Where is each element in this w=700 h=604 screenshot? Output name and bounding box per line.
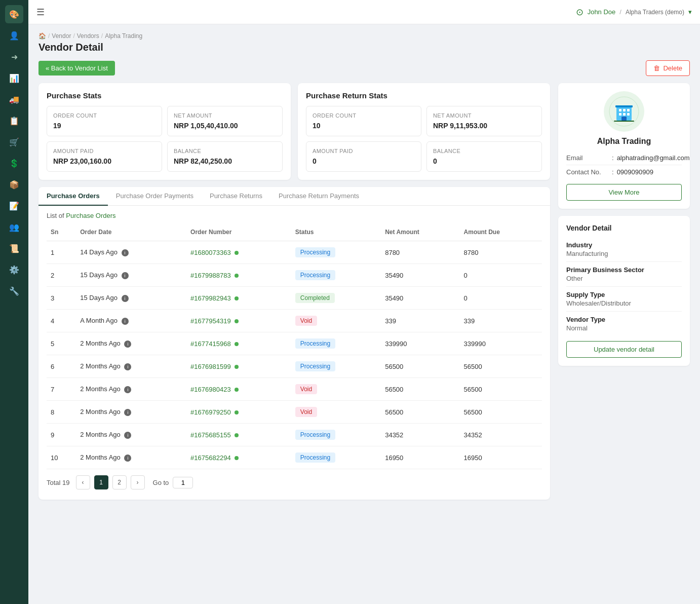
sidebar-icon-finance[interactable]: 💲 bbox=[5, 154, 23, 172]
order-number-link[interactable]: #1675682294 bbox=[190, 454, 231, 462]
cell-amount-due: 56500 bbox=[460, 378, 542, 401]
cell-sn: 3 bbox=[47, 287, 76, 310]
cell-net-amount: 16950 bbox=[381, 446, 459, 469]
orders-table: Sn Order Date Order Number Status Net Am… bbox=[47, 223, 542, 469]
return-net-amount-box: NET AMOUNT NRP 9,11,953.00 bbox=[426, 106, 542, 136]
goto-input[interactable] bbox=[173, 477, 193, 488]
tab-purchase-return-payments[interactable]: Purchase Return Payments bbox=[270, 187, 367, 206]
sidebar-icon-analytics[interactable]: 📊 bbox=[5, 69, 23, 87]
cell-status: Processing bbox=[291, 332, 381, 355]
vendor-avatar-image bbox=[604, 91, 644, 132]
sidebar-icon-dashboard[interactable]: 🎨 bbox=[5, 5, 23, 23]
cell-date: 2 Months Ago i bbox=[76, 424, 186, 446]
info-icon[interactable]: i bbox=[124, 363, 131, 370]
tab-purchase-orders[interactable]: Purchase Orders bbox=[38, 187, 108, 206]
delete-button[interactable]: 🗑 Delete bbox=[646, 60, 690, 76]
status-badge: Completed bbox=[295, 293, 335, 303]
col-sn: Sn bbox=[47, 223, 76, 241]
info-icon[interactable]: i bbox=[122, 318, 129, 325]
goto-label: Go to bbox=[153, 479, 169, 486]
breadcrumb-home[interactable]: 🏠 bbox=[38, 32, 46, 40]
order-number-link[interactable]: #1679982943 bbox=[190, 294, 231, 302]
order-number-link[interactable]: #1675685155 bbox=[190, 431, 231, 439]
view-more-button[interactable]: View More bbox=[566, 184, 682, 201]
purchase-stats-grid: ORDER COUNT 19 NET AMOUNT NRP 1,05,40,41… bbox=[47, 106, 283, 172]
pagination-total-label: Total 19 bbox=[47, 479, 70, 486]
cell-status: Processing bbox=[291, 446, 381, 469]
cell-amount-due: 56500 bbox=[460, 355, 542, 378]
status-badge: Processing bbox=[295, 247, 335, 257]
pagination-next-button[interactable]: › bbox=[131, 475, 145, 489]
cell-sn: 7 bbox=[47, 378, 76, 401]
cell-amount-due: 339 bbox=[460, 310, 542, 332]
sidebar-icon-cart[interactable]: 🛒 bbox=[5, 133, 23, 151]
order-number-link[interactable]: #1679988783 bbox=[190, 272, 231, 279]
info-icon[interactable]: i bbox=[122, 272, 129, 279]
svg-rect-6 bbox=[619, 113, 621, 116]
pagination-page-1-button[interactable]: 1 bbox=[94, 475, 108, 489]
tab-purchase-returns[interactable]: Purchase Returns bbox=[202, 187, 270, 206]
purchase-balance-value: NRP 82,40,250.00 bbox=[174, 157, 276, 165]
page-title: Vendor Detail bbox=[38, 42, 690, 53]
sidebar-icon-notes[interactable]: 📝 bbox=[5, 197, 23, 215]
sidebar-icon-users[interactable]: 👤 bbox=[5, 26, 23, 45]
sidebar-icon-settings[interactable]: ⚙️ bbox=[5, 260, 23, 279]
order-number-link[interactable]: #1677954319 bbox=[190, 317, 231, 325]
cell-order-number: #1677415968 bbox=[186, 332, 291, 355]
sidebar-icon-tools[interactable]: 🔧 bbox=[5, 282, 23, 300]
info-icon[interactable]: i bbox=[124, 432, 131, 439]
user-menu[interactable]: ⊙ John Doe / Alpha Traders (demo) ▾ bbox=[576, 7, 692, 18]
sidebar-icon-transfer[interactable]: ➜ bbox=[5, 48, 23, 66]
sidebar-icon-delivery[interactable]: 🚚 bbox=[5, 90, 23, 108]
purchase-net-amount-value: NRP 1,05,40,410.00 bbox=[174, 122, 276, 130]
sidebar-icon-list[interactable]: 📜 bbox=[5, 239, 23, 257]
sidebar-icon-team[interactable]: 👥 bbox=[5, 218, 23, 236]
cell-amount-due: 56500 bbox=[460, 401, 542, 424]
col-amount-due: Amount Due bbox=[460, 223, 542, 241]
order-number-link[interactable]: #1676980423 bbox=[190, 386, 231, 393]
hamburger-icon[interactable]: ☰ bbox=[36, 7, 45, 18]
cell-sn: 6 bbox=[47, 355, 76, 378]
cell-net-amount: 35490 bbox=[381, 264, 459, 287]
info-icon[interactable]: i bbox=[122, 295, 129, 302]
left-column: Purchase Stats ORDER COUNT 19 NET AMOUNT… bbox=[38, 83, 550, 500]
order-number-link[interactable]: #1676979250 bbox=[190, 408, 231, 416]
info-icon[interactable]: i bbox=[124, 386, 131, 393]
back-to-vendor-list-button[interactable]: « Back to Vendor List bbox=[38, 61, 115, 76]
order-number-link[interactable]: #1680073363 bbox=[190, 249, 231, 256]
purchase-return-stats-card: Purchase Return Stats ORDER COUNT 10 NET… bbox=[298, 83, 550, 180]
return-balance-label: BALANCE bbox=[433, 148, 535, 154]
breadcrumb-current: Alpha Trading bbox=[105, 32, 142, 40]
breadcrumb-vendor[interactable]: Vendor bbox=[52, 32, 71, 40]
update-vendor-detail-button[interactable]: Update vendor detail bbox=[566, 341, 682, 358]
cell-amount-due: 34352 bbox=[460, 424, 542, 446]
vendor-primary-sector-value: Other bbox=[566, 275, 682, 282]
info-icon[interactable]: i bbox=[122, 249, 129, 256]
cell-date: 15 Days Ago i bbox=[76, 287, 186, 310]
tab-purchase-order-payments[interactable]: Purchase Order Payments bbox=[108, 187, 202, 206]
breadcrumb: 🏠 / Vendor / Vendors / Alpha Trading bbox=[38, 32, 690, 40]
username-label: John Doe bbox=[588, 8, 616, 16]
table-row: 1 14 Days Ago i #1680073363 Processing 8… bbox=[47, 241, 542, 264]
vendor-type-row: Vendor Type Normal bbox=[566, 312, 682, 336]
cell-net-amount: 56500 bbox=[381, 401, 459, 424]
info-icon[interactable]: i bbox=[124, 341, 131, 348]
status-dot-icon bbox=[235, 274, 239, 278]
company-label: Alpha Traders (demo) bbox=[626, 9, 684, 16]
sidebar-icon-clipboard[interactable]: 📋 bbox=[5, 111, 23, 130]
info-icon[interactable]: i bbox=[124, 455, 131, 462]
breadcrumb-vendors[interactable]: Vendors bbox=[77, 32, 99, 40]
order-number-link[interactable]: #1676981599 bbox=[190, 363, 231, 370]
purchase-net-amount-label: NET AMOUNT bbox=[174, 112, 276, 119]
svg-rect-10 bbox=[614, 121, 634, 122]
purchase-order-count-box: ORDER COUNT 19 bbox=[47, 106, 162, 136]
cell-status: Void bbox=[291, 378, 381, 401]
table-header-row: Sn Order Date Order Number Status Net Am… bbox=[47, 223, 542, 241]
status-dot-icon bbox=[235, 365, 239, 369]
sidebar-icon-packages[interactable]: 📦 bbox=[5, 175, 23, 194]
pagination-page-2-button[interactable]: 2 bbox=[112, 475, 127, 489]
pagination-prev-button[interactable]: ‹ bbox=[76, 475, 90, 489]
info-icon[interactable]: i bbox=[124, 409, 131, 416]
order-number-link[interactable]: #1677415968 bbox=[190, 340, 231, 348]
cell-net-amount: 34352 bbox=[381, 424, 459, 446]
